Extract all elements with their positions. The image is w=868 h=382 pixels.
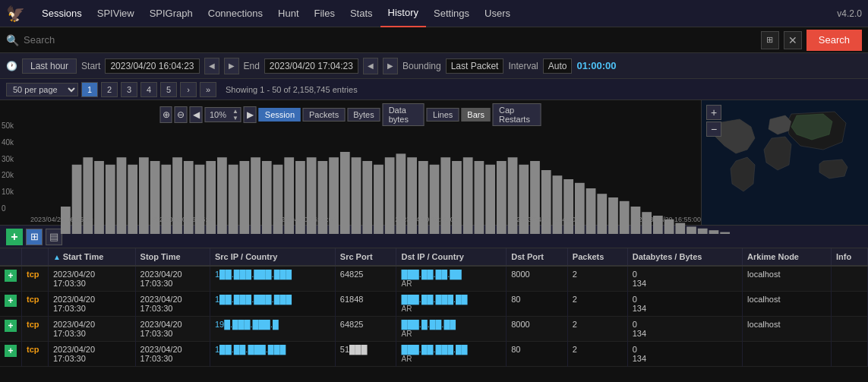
svg-rect-38 bbox=[485, 165, 495, 234]
table-header-row: ▲ Start Time Stop Time Src IP / Country … bbox=[0, 248, 868, 266]
search-submit-button[interactable]: Search bbox=[806, 30, 862, 51]
bounding-value[interactable]: Last Packet bbox=[446, 58, 504, 74]
search-icon[interactable]: 🔍 bbox=[6, 34, 19, 46]
svg-rect-45 bbox=[563, 179, 573, 234]
search-input[interactable] bbox=[24, 34, 756, 46]
chart-view-cap-restarts[interactable]: Cap Restarts bbox=[493, 103, 541, 126]
app-logo[interactable]: 🦅 bbox=[6, 5, 25, 23]
nav-item-spigraph[interactable]: SPIGraph bbox=[142, 0, 200, 27]
nav-item-users[interactable]: Users bbox=[477, 0, 518, 27]
row-expand-button[interactable]: + bbox=[0, 292, 22, 317]
view-grid-button[interactable]: ⊞ bbox=[26, 229, 43, 245]
svg-rect-47 bbox=[586, 188, 596, 234]
nav-item-connections[interactable]: Connections bbox=[200, 0, 270, 27]
svg-rect-56 bbox=[687, 226, 696, 234]
row-expand-button[interactable]: + bbox=[0, 342, 22, 367]
map-zoom-in-button[interactable]: + bbox=[706, 105, 721, 120]
end-prev-button[interactable]: ◀ bbox=[363, 58, 378, 74]
start-next-button[interactable]: ▶ bbox=[224, 58, 239, 74]
row-info bbox=[832, 292, 868, 317]
map-zoom-out-button[interactable]: − bbox=[706, 122, 721, 137]
search-bar: 🔍 ⊞ ✕ Search bbox=[0, 27, 868, 53]
page-nav-next[interactable]: › bbox=[180, 82, 197, 97]
row-src-ip[interactable]: 1██.███.███.███ bbox=[210, 266, 336, 292]
clear-search-button[interactable]: ✕ bbox=[784, 31, 802, 49]
zoom-out-button[interactable]: ⊖ bbox=[175, 106, 188, 123]
duration-display: 01:00:00 bbox=[576, 60, 616, 71]
row-protocol: tcp bbox=[22, 292, 49, 317]
row-start-time: 2023/04/20 17:03:30 bbox=[49, 266, 136, 292]
row-packets: 2 bbox=[567, 342, 627, 367]
per-page-select[interactable]: 50 per page 10 per page 100 per page 200… bbox=[6, 83, 78, 96]
chart-view-bars[interactable]: Bars bbox=[461, 108, 491, 122]
row-expand-button[interactable]: + bbox=[0, 317, 22, 342]
interval-value[interactable]: Auto bbox=[543, 58, 573, 74]
chart-view-session[interactable]: Session bbox=[259, 108, 301, 122]
row-databytes: 0 134 bbox=[627, 317, 742, 342]
add-session-button[interactable]: + bbox=[6, 229, 23, 245]
col-databytes[interactable]: Databytes / Bytes bbox=[627, 248, 742, 266]
col-info[interactable]: Info bbox=[832, 248, 868, 266]
col-arkime-node[interactable]: Arkime Node bbox=[743, 248, 832, 266]
svg-rect-58 bbox=[709, 230, 719, 234]
zoom-in-button[interactable]: ⊕ bbox=[159, 106, 172, 123]
nav-item-files[interactable]: Files bbox=[307, 0, 342, 27]
row-arkime-node: localhost bbox=[743, 317, 832, 342]
nav-item-sessions[interactable]: Sessions bbox=[34, 0, 90, 27]
row-src-ip[interactable]: 1██.███.███.███ bbox=[210, 292, 336, 317]
start-time-value[interactable]: 2023/04/20 16:04:23 bbox=[105, 58, 199, 74]
end-time-value[interactable]: 2023/04/20 17:04:23 bbox=[264, 58, 358, 74]
svg-rect-6 bbox=[128, 165, 137, 234]
row-start-time: 2023/04/20 17:03:30 bbox=[49, 292, 136, 317]
col-dst-ip[interactable]: Dst IP / Country bbox=[396, 248, 507, 266]
percent-arrows[interactable]: ▲ ▼ bbox=[230, 108, 241, 122]
page-button-4[interactable]: 4 bbox=[140, 82, 157, 97]
chart-view-packets[interactable]: Packets bbox=[303, 108, 345, 122]
svg-rect-57 bbox=[698, 229, 708, 234]
view-detail-button[interactable]: ▤ bbox=[46, 229, 62, 245]
chart-view-lines[interactable]: Lines bbox=[427, 108, 459, 122]
interval-label: Interval bbox=[508, 61, 538, 71]
row-expand-button[interactable]: + bbox=[0, 266, 22, 292]
svg-rect-48 bbox=[597, 194, 607, 234]
chart-view-bytes[interactable]: Bytes bbox=[347, 108, 380, 122]
map-zoom-controls: + − bbox=[706, 105, 721, 137]
col-src-ip[interactable]: Src IP / Country bbox=[210, 248, 336, 266]
nav-item-hunt[interactable]: Hunt bbox=[270, 0, 306, 27]
row-src-ip[interactable]: 19█.███.███.█ bbox=[210, 317, 336, 342]
col-stop-time[interactable]: Stop Time bbox=[135, 248, 210, 266]
page-button-2[interactable]: 2 bbox=[101, 82, 118, 97]
nav-item-spiview[interactable]: SPIView bbox=[90, 0, 142, 27]
save-search-icon[interactable]: ⊞ bbox=[761, 31, 779, 49]
row-packets: 2 bbox=[567, 317, 627, 342]
end-next-button[interactable]: ▶ bbox=[383, 58, 398, 74]
nav-item-history[interactable]: History bbox=[380, 0, 426, 27]
page-button-5[interactable]: 5 bbox=[160, 82, 177, 97]
row-src-ip[interactable]: 1██.██.███.███ bbox=[210, 342, 336, 367]
end-label: End bbox=[244, 61, 260, 71]
col-start-time[interactable]: ▲ Start Time bbox=[49, 248, 136, 266]
nav-item-settings[interactable]: Settings bbox=[426, 0, 477, 27]
percent-selector: 10% ▲ ▼ bbox=[205, 107, 241, 122]
nav-item-stats[interactable]: Stats bbox=[342, 0, 380, 27]
row-src-port: 64825 bbox=[335, 266, 396, 292]
row-packets: 2 bbox=[567, 266, 627, 292]
row-dst-ip[interactable]: ███.██.███.██AR bbox=[396, 292, 507, 317]
row-dst-ip[interactable]: ███.██.██.██AR bbox=[396, 266, 507, 292]
page-button-1[interactable]: 1 bbox=[81, 82, 98, 97]
start-prev-button[interactable]: ◀ bbox=[204, 58, 219, 74]
scroll-right-button[interactable]: ▶ bbox=[244, 106, 257, 123]
col-packets[interactable]: Packets bbox=[567, 248, 627, 266]
col-src-port[interactable]: Src Port bbox=[335, 248, 396, 266]
last-hour-button[interactable]: Last hour bbox=[22, 58, 77, 74]
chart-view-data-bytes[interactable]: Data bytes bbox=[383, 103, 425, 126]
row-dst-ip[interactable]: ███.██.███.██AR bbox=[396, 342, 507, 367]
world-map-svg bbox=[702, 100, 868, 225]
page-nav-last[interactable]: » bbox=[200, 82, 216, 97]
col-dst-port[interactable]: Dst Port bbox=[507, 248, 568, 266]
scroll-left-button[interactable]: ◀ bbox=[190, 106, 203, 123]
page-button-3[interactable]: 3 bbox=[121, 82, 137, 97]
row-dst-ip[interactable]: ███.█.██.██AR bbox=[396, 317, 507, 342]
row-info bbox=[832, 266, 868, 292]
entries-count: Showing 1 - 50 of 2,158,745 entries bbox=[226, 85, 358, 94]
